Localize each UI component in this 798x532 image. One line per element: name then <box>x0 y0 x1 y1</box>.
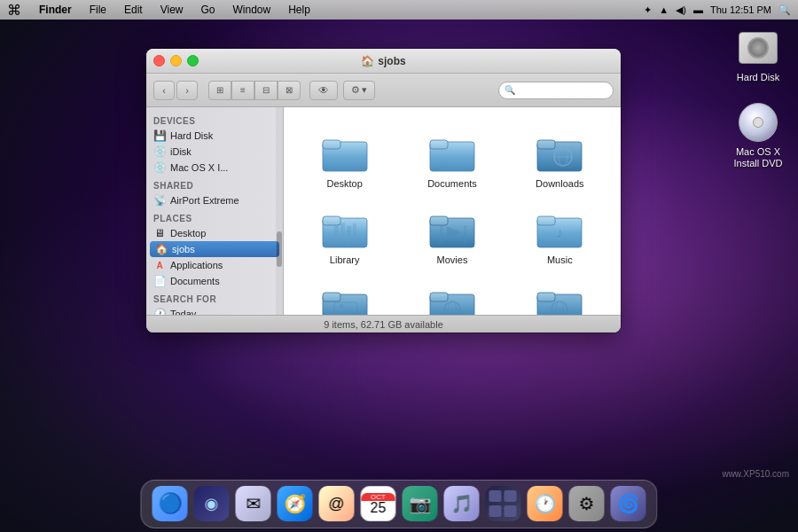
sidebar-item-sjobs[interactable]: 🏠 sjobs <box>150 241 279 257</box>
dvd-label: Mac OS X Install DVD <box>727 146 789 169</box>
folder-pictures[interactable]: Pictures <box>291 274 398 315</box>
menu-edit[interactable]: Edit <box>121 4 146 16</box>
folder-sites[interactable]: Sites <box>506 274 614 315</box>
folder-documents-svg <box>429 133 475 172</box>
dock-iphoto[interactable]: 📷 <box>401 484 440 523</box>
window-titlebar: 🏠 sjobs <box>146 49 621 74</box>
svg-rect-21 <box>537 216 555 225</box>
svg-rect-1 <box>323 140 340 149</box>
svg-text:♪: ♪ <box>556 225 563 240</box>
folder-desktop[interactable]: Desktop <box>291 121 398 198</box>
clock-display: Thu 12:51 PM <box>710 4 771 15</box>
back-button[interactable]: ‹ <box>153 81 175 100</box>
sidebar-item-airport[interactable]: 📡 AirPort Extreme <box>146 192 283 208</box>
folder-music-svg: ♪ <box>536 209 583 248</box>
spotlight-icon[interactable]: 🔍 <box>778 4 791 16</box>
sidebar-item-applications[interactable]: A Applications <box>146 257 283 273</box>
dock-loading[interactable]: 🌀 <box>609 484 648 523</box>
hard-disk-label: Hard Disk <box>737 72 779 83</box>
folder-downloads[interactable]: Downloads <box>506 121 614 198</box>
mail-dock-icon: ✉ <box>236 486 271 521</box>
dock-sysprefs[interactable]: ⚙ <box>567 484 606 523</box>
desktop: ⌘ Finder File Edit View Go Window Help ✦… <box>0 0 798 532</box>
folder-public-icon <box>427 283 477 315</box>
menu-go[interactable]: Go <box>198 4 219 16</box>
search-field[interactable]: 🔍 <box>498 82 614 99</box>
menu-file[interactable]: File <box>86 4 110 16</box>
applications-label: Applications <box>170 260 223 270</box>
svg-rect-28 <box>430 293 448 301</box>
dock-itunes[interactable]: 🎵 <box>442 484 481 523</box>
volume-icon: ◀) <box>676 4 686 16</box>
folder-music-label: Music <box>547 254 573 265</box>
harddisk-label: Hard Disk <box>170 130 213 141</box>
forward-button[interactable]: › <box>176 81 198 100</box>
eye-button[interactable]: 👁 <box>309 81 338 100</box>
places-section: PLACES 🖥 Desktop 🏠 sjobs A Applications <box>146 208 283 289</box>
places-header: PLACES <box>146 208 283 225</box>
sjobs-label: sjobs <box>172 244 195 254</box>
dock-ical[interactable]: OCT 25 <box>359 484 398 523</box>
folder-music[interactable]: ♪ <box>506 198 614 274</box>
dock-safari[interactable]: 🧭 <box>276 484 315 523</box>
folder-movies-label: Movies <box>437 254 468 265</box>
folder-documents-icon <box>427 130 477 175</box>
close-button[interactable] <box>153 55 165 66</box>
menu-view[interactable]: View <box>157 4 187 16</box>
battery-icon: ▬ <box>693 4 703 15</box>
addressbook-dock-icon: @ <box>319 486 355 521</box>
itunes-dock-icon: 🎵 <box>444 486 480 521</box>
folder-documents[interactable]: Documents <box>398 121 505 198</box>
loading-dock-icon: 🌀 <box>611 486 646 521</box>
column-view-button[interactable]: ⊟ <box>254 81 278 100</box>
gear-button[interactable]: ⚙ ▾ <box>343 81 375 100</box>
sidebar-item-documents[interactable]: 📄 Documents <box>146 273 283 289</box>
airport-icon: 📡 <box>153 194 166 207</box>
folder-library[interactable]: Library <box>291 198 398 274</box>
sidebar-item-desktop[interactable]: 🖥 Desktop <box>146 225 283 241</box>
desktop-icons: Hard Disk Mac OS X Install DVD <box>727 27 789 170</box>
sidebar-item-macosx[interactable]: 💿 Mac OS X I... <box>146 160 283 176</box>
sidebar-item-today[interactable]: 🕐 Today <box>146 306 283 315</box>
folder-downloads-label: Downloads <box>536 178 583 189</box>
folder-movies[interactable]: Movies <box>398 198 505 274</box>
dock-addressbook[interactable]: @ <box>317 484 356 523</box>
dock-clock[interactable]: 🕐 <box>526 484 565 523</box>
hard-disk-image <box>737 27 779 69</box>
maximize-button[interactable] <box>187 55 199 66</box>
svg-rect-3 <box>430 140 448 149</box>
folder-public[interactable]: Public <box>398 274 505 315</box>
iphoto-dock-icon: 📷 <box>403 486 438 521</box>
dock-dashboard[interactable]: ◉ <box>192 484 231 523</box>
desktop-label: Desktop <box>170 228 206 239</box>
safari-dock-icon: 🧭 <box>278 486 313 521</box>
folder-desktop-svg <box>322 133 368 172</box>
list-view-button[interactable]: ≡ <box>231 81 254 100</box>
dock-spaces[interactable] <box>484 484 523 523</box>
icon-view-button[interactable]: ⊞ <box>208 81 231 100</box>
finder-dock-icon: 🔵 <box>153 486 188 521</box>
menu-help[interactable]: Help <box>285 4 314 16</box>
hard-disk-icon[interactable]: Hard Disk <box>727 27 789 83</box>
wifi-icon: ▲ <box>659 4 669 15</box>
dvd-shape <box>739 103 778 142</box>
sidebar-item-idisk[interactable]: 💿 iDisk <box>146 144 283 160</box>
minimize-button[interactable] <box>170 55 182 66</box>
menubar-left: ⌘ Finder File Edit View Go Window Help <box>7 2 314 19</box>
svg-rect-24 <box>323 293 340 301</box>
menu-window[interactable]: Window <box>230 4 275 16</box>
window-statusbar: 9 items, 62.71 GB available <box>146 315 621 332</box>
apple-menu[interactable]: ⌘ <box>7 2 21 19</box>
sidebar-item-harddisk[interactable]: 💾 Hard Disk <box>146 128 283 144</box>
menubar: ⌘ Finder File Edit View Go Window Help ✦… <box>0 0 798 20</box>
dock-mail[interactable]: ✉ <box>234 484 273 523</box>
sidebar-scrollbar <box>276 107 283 315</box>
folder-downloads-svg <box>536 133 583 172</box>
coverflow-view-button[interactable]: ⊠ <box>278 81 301 100</box>
sidebar-scrollbar-thumb[interactable] <box>277 231 282 267</box>
svg-rect-14 <box>353 223 356 242</box>
menu-finder[interactable]: Finder <box>35 4 75 16</box>
main-content: Desktop <box>284 107 621 315</box>
dock-finder[interactable]: 🔵 <box>151 484 190 523</box>
dvd-icon[interactable]: Mac OS X Install DVD <box>727 101 789 169</box>
